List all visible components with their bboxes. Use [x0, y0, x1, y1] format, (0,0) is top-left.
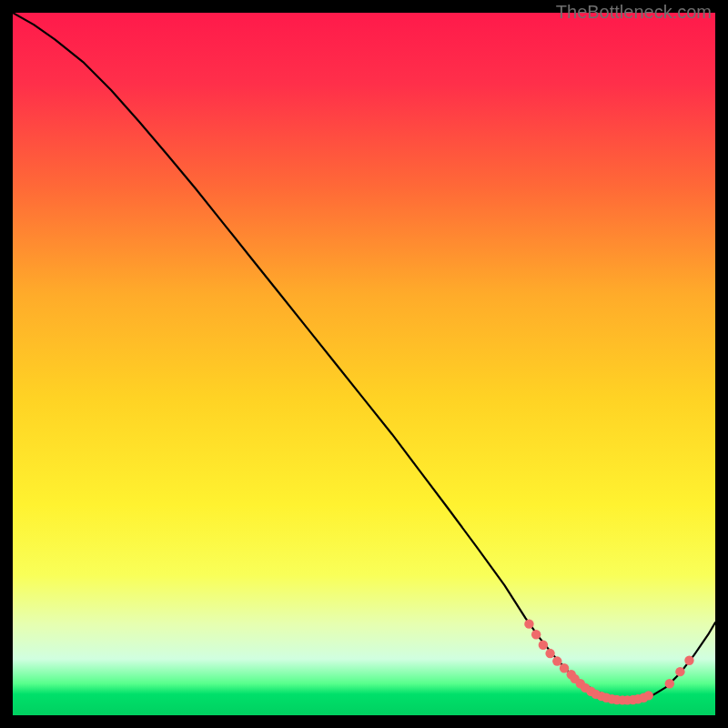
marker-dot — [684, 656, 693, 665]
marker-dot — [539, 641, 548, 650]
marker-dot — [552, 656, 561, 665]
marker-dot — [665, 679, 674, 688]
watermark-text: TheBottleneck.com — [556, 2, 712, 23]
gradient-background — [13, 13, 715, 715]
chart-frame — [13, 13, 715, 715]
marker-dot — [560, 663, 569, 672]
marker-dot — [524, 619, 533, 628]
marker-dot — [545, 649, 554, 658]
chart-plot — [13, 13, 715, 715]
marker-dot — [675, 667, 684, 676]
marker-dot — [643, 691, 652, 700]
marker-dot — [531, 630, 541, 639]
